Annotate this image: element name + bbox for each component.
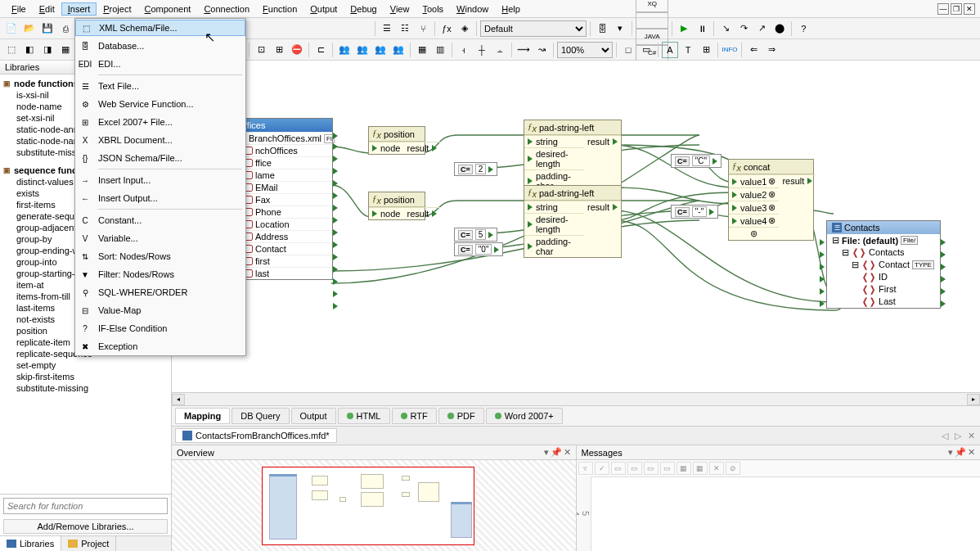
function-search-input[interactable] — [3, 498, 168, 514]
grid2-icon[interactable]: ▥ — [432, 42, 448, 58]
close-button[interactable]: ✕ — [964, 3, 975, 15]
zoom-fit-icon[interactable]: ⊡ — [253, 42, 269, 58]
lang-sep-button[interactable] — [636, 12, 668, 29]
source-row-Contact[interactable]: Contact — [240, 242, 332, 255]
var-icon[interactable]: ◈ — [456, 20, 473, 37]
menu-project[interactable]: Project — [97, 2, 137, 16]
db-icon[interactable]: 🗄 — [594, 20, 610, 37]
constant-5[interactable]: C=5 — [454, 228, 497, 242]
msg-check-icon[interactable]: ✓ — [595, 462, 609, 475]
msg-b2-icon[interactable]: ▭ — [627, 462, 642, 475]
msg-b6-icon[interactable]: ▦ — [693, 462, 708, 475]
insert-menu-sql-where-order[interactable]: ⚲SQL-WHERE/ORDER — [75, 283, 245, 301]
insert-menu-json-schema-file[interactable]: {}JSON Schema/File... — [75, 149, 245, 167]
function-substitute-missing[interactable]: substitute-missing — [0, 382, 171, 394]
msg-b5-icon[interactable]: ▦ — [677, 462, 691, 475]
tab-rtf[interactable]: RTF — [392, 408, 437, 424]
align-l-icon[interactable]: ⫞ — [456, 42, 472, 58]
insert-menu-web-service-function[interactable]: ⚙Web Service Function... — [75, 95, 245, 113]
source-row-nchOffices[interactable]: nchOffices — [240, 144, 332, 156]
source-row-ffice[interactable]: ffice — [240, 156, 332, 169]
e4-icon[interactable]: ▦ — [57, 42, 74, 58]
mapping-canvas[interactable]: ffices BranchOffices.xmlFi nchOfficesffi… — [172, 61, 980, 392]
menu-function[interactable]: Function — [256, 2, 303, 16]
people-icon[interactable]: 👥 — [336, 42, 353, 58]
insert-menu-xml-schema-file[interactable]: ⬚XML Schema/File... — [75, 20, 245, 36]
overview-dropdown-icon[interactable]: ▾ — [544, 447, 549, 458]
constant-C[interactable]: C="C" — [671, 154, 722, 168]
messages-close-icon[interactable]: ✕ — [968, 447, 975, 458]
insert-menu-insert-output[interactable]: ←Insert Output... — [75, 189, 245, 207]
zoom-select[interactable]: 100% — [557, 42, 613, 58]
align-c-icon[interactable]: ┼ — [474, 42, 490, 58]
e3-icon[interactable]: ◨ — [39, 42, 56, 58]
tab-project[interactable]: Project — [61, 536, 116, 551]
concat-add-port[interactable]: ⊚ — [729, 227, 779, 240]
source-row-last[interactable]: last — [240, 267, 332, 279]
textframe-icon[interactable]: A — [662, 42, 678, 58]
menu-output[interactable]: Output — [303, 2, 344, 16]
style-select[interactable]: Default — [480, 20, 587, 37]
conn-b-icon[interactable]: ↝ — [533, 42, 550, 58]
new-icon[interactable]: 📄 — [3, 20, 20, 37]
lang-xq-button[interactable]: XQ — [636, 0, 668, 12]
source-row-first[interactable]: first — [240, 255, 332, 267]
grid-icon[interactable]: ▦ — [414, 42, 430, 58]
tab-close-icon[interactable]: ✕ — [965, 431, 977, 441]
document-tab[interactable]: ContactsFromBranchOffices.mfd* — [175, 428, 337, 443]
source-row-lame[interactable]: lame — [240, 169, 332, 181]
menu-component[interactable]: Component — [138, 2, 198, 16]
constant-0[interactable]: C="0" — [454, 242, 503, 256]
insert-menu-constant[interactable]: CConstant... — [75, 211, 245, 229]
insert-menu-filter-nodes-rows[interactable]: ▼Filter: Nodes/Rows — [75, 265, 245, 283]
e1-icon[interactable]: ⬚ — [3, 42, 20, 58]
overview-pin-icon[interactable]: 📌 — [551, 447, 562, 458]
source-row-Fax[interactable]: Fax — [240, 193, 332, 205]
source-row-Phone[interactable]: Phone — [240, 205, 332, 218]
insert-menu-xbrl-document[interactable]: XXBRL Document... — [75, 131, 245, 149]
info-icon[interactable]: INFO — [722, 42, 738, 58]
anno1-icon[interactable]: □ — [620, 42, 636, 58]
fx-icon[interactable]: ƒx — [438, 20, 455, 37]
msg-filter-icon[interactable]: ▿ — [578, 462, 593, 475]
insert-menu-edi[interactable]: EDIEDI... — [75, 55, 245, 73]
saveall-icon[interactable]: ⎙ — [57, 20, 74, 37]
insert-menu-if-else-condition[interactable]: ?IF-Else Condition — [75, 319, 245, 337]
e2-icon[interactable]: ◧ — [21, 42, 38, 58]
tab-prev-icon[interactable]: ◁ — [939, 431, 951, 441]
function-skip-first-items[interactable]: skip-first-items — [0, 371, 171, 382]
tree-icon[interactable]: ☰ — [379, 20, 395, 37]
overview-close-icon[interactable]: ✕ — [564, 447, 571, 458]
output-row-Contact[interactable]: ⊟ ❬❭ ContactTYPE — [827, 259, 940, 271]
menu-help[interactable]: Help — [495, 2, 527, 16]
people2-icon[interactable]: 👥 — [354, 42, 371, 58]
breakpoint-icon[interactable]: ⬤ — [771, 20, 788, 37]
minimize-button[interactable]: — — [937, 3, 949, 15]
tab-pdf[interactable]: PDF — [438, 408, 484, 424]
function-concat[interactable]: ƒxconcat value1 ⊗ value2 ⊗ value3 ⊗ valu… — [728, 159, 814, 241]
insert-menu-excel-2007-file[interactable]: ⊞Excel 2007+ File... — [75, 113, 245, 131]
insert-menu-exception[interactable]: ✖Exception — [75, 337, 245, 355]
msg-b3-icon[interactable]: ▭ — [644, 462, 659, 475]
textframe2-icon[interactable]: T — [680, 42, 696, 58]
msg-b4-icon[interactable]: ▭ — [660, 462, 675, 475]
source-row-Address[interactable]: Address — [240, 230, 332, 242]
output-row-Contacts[interactable]: ⊟ ❬❭ Contacts — [827, 246, 940, 259]
menu-window[interactable]: Window — [450, 2, 495, 16]
constant-2[interactable]: C=2 — [454, 162, 497, 176]
menu-tools[interactable]: Tools — [416, 2, 450, 16]
connect1-icon[interactable]: ⊏ — [312, 42, 329, 58]
source-row-Location[interactable]: Location — [240, 218, 332, 230]
insert-menu-sort-nodes-rows[interactable]: ⇅Sort: Nodes/Rows — [75, 247, 245, 265]
insert-menu-value-map[interactable]: ⊟Value-Map — [75, 301, 245, 319]
constant-dash[interactable]: C="-" — [671, 205, 718, 219]
anno2-icon[interactable]: ▭ — [638, 42, 654, 58]
save-icon[interactable]: 💾 — [39, 20, 56, 37]
function-pad-string-left-1[interactable]: ƒxpad-string-left string desired-length … — [524, 120, 622, 192]
tree2-icon[interactable]: ☷ — [397, 20, 413, 37]
tab-word-2007+[interactable]: Word 2007+ — [486, 408, 563, 424]
msg-del-icon[interactable]: ✕ — [709, 462, 724, 475]
pause-icon[interactable]: ⏸ — [694, 20, 710, 37]
tab-next-icon[interactable]: ▷ — [952, 431, 964, 441]
canvas-scrollbar-h[interactable]: ◂▸ — [172, 392, 980, 405]
